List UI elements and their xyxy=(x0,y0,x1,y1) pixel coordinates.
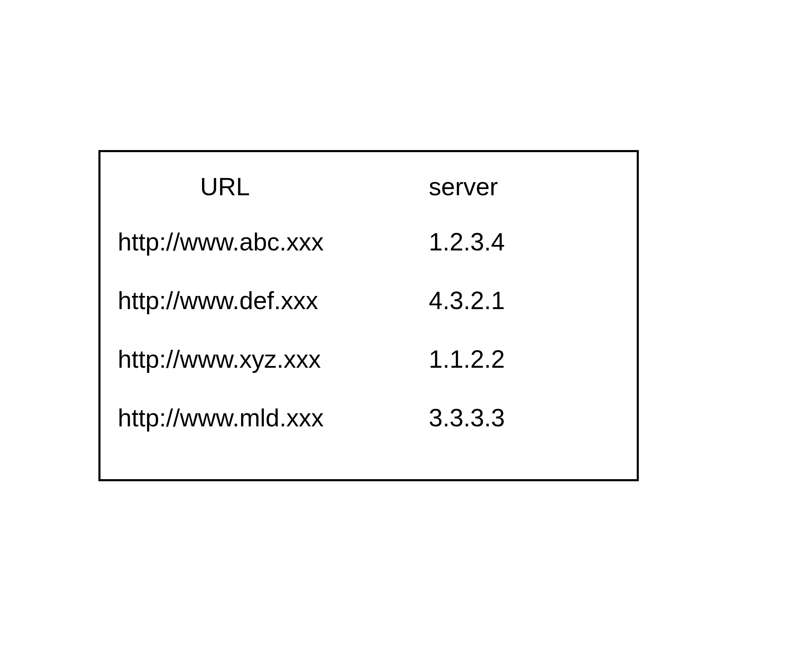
table-row: http://www.abc.xxx 1.2.3.4 xyxy=(118,212,620,271)
cell-server: 1.1.2.2 xyxy=(429,345,620,373)
header-server: server xyxy=(429,172,620,201)
cell-server: 3.3.3.3 xyxy=(429,404,620,432)
cell-url: http://www.xyz.xxx xyxy=(118,345,429,373)
table-header-row: URL server xyxy=(118,166,620,207)
table-row: http://www.mld.xxx 3.3.3.3 xyxy=(118,389,620,447)
table-row: http://www.def.xxx 4.3.2.1 xyxy=(118,271,620,330)
cell-url: http://www.mld.xxx xyxy=(118,404,429,432)
cell-url: http://www.def.xxx xyxy=(118,286,429,315)
url-server-table: URL server http://www.abc.xxx 1.2.3.4 ht… xyxy=(98,150,639,481)
cell-url: http://www.abc.xxx xyxy=(118,228,429,256)
cell-server: 1.2.3.4 xyxy=(429,228,620,256)
table-row: http://www.xyz.xxx 1.1.2.2 xyxy=(118,330,620,389)
header-url: URL xyxy=(118,172,429,201)
cell-server: 4.3.2.1 xyxy=(429,286,620,315)
